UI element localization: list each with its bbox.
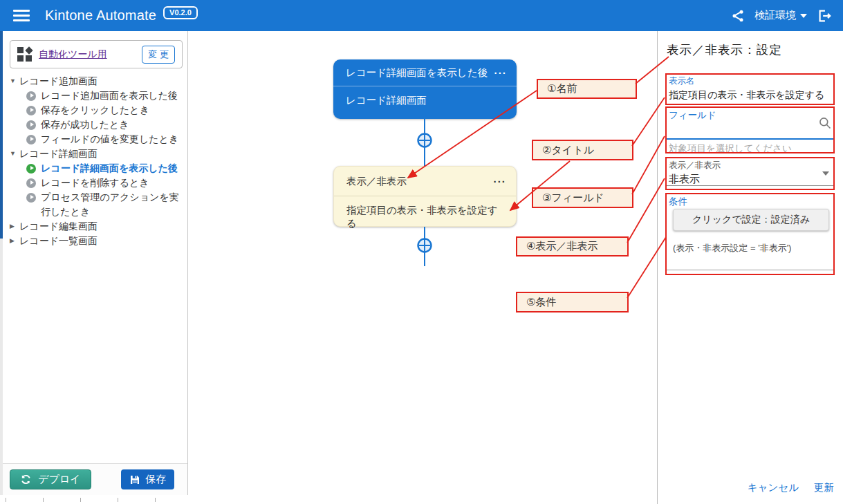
environment-selector[interactable]: 検証環境 bbox=[754, 9, 807, 22]
app-name-link[interactable]: 自動化ツール用 bbox=[39, 48, 142, 61]
event-play-icon bbox=[26, 120, 36, 130]
app-header: Kintone Automate V0.2.0 検証環境 bbox=[0, 0, 843, 31]
event-play-icon-green bbox=[26, 164, 36, 174]
save-button[interactable]: 保存 bbox=[121, 469, 174, 489]
condition-underline bbox=[667, 270, 835, 270]
action-node-title: 表示／非表示 bbox=[346, 175, 407, 188]
tree-item-add-shown[interactable]: レコード追加画面を表示した後 bbox=[3, 88, 188, 103]
change-app-button[interactable]: 変 更 bbox=[142, 46, 175, 64]
sidebar-footer: デプロイ 保存 bbox=[3, 463, 187, 495]
annotation-name: ①名前 bbox=[537, 79, 637, 99]
tree-item-save-clicked[interactable]: 保存をクリックしたとき bbox=[3, 103, 188, 118]
app-blocks-icon bbox=[17, 47, 33, 62]
event-play-icon bbox=[26, 135, 36, 144]
environment-label: 検証環境 bbox=[754, 9, 796, 22]
app-title: Kintone Automate bbox=[45, 8, 156, 24]
visibility-selected-value: 非表示 bbox=[669, 173, 835, 186]
field-select[interactable]: フィールド bbox=[669, 109, 833, 122]
chevron-collapsed-icon: ▶ bbox=[10, 219, 19, 234]
panel-title: 表示／非表示：設定 bbox=[667, 41, 782, 58]
tree-group-record-edit[interactable]: ▶ レコード編集画面 bbox=[3, 219, 188, 234]
display-name-label: 表示名 bbox=[669, 75, 824, 87]
update-link[interactable]: 更新 bbox=[814, 481, 834, 494]
annotation-title: ②タイトル bbox=[532, 140, 633, 160]
annotation-condition: ⑤条件 bbox=[516, 292, 629, 312]
event-play-icon bbox=[26, 91, 36, 101]
node-menu-icon[interactable]: ... bbox=[493, 176, 506, 187]
tree-item-record-delete[interactable]: レコードを削除するとき bbox=[3, 176, 188, 190]
app-selector-box: 自動化ツール用 変 更 bbox=[10, 40, 183, 68]
deploy-button[interactable]: デプロイ bbox=[10, 469, 91, 489]
field-placeholder: 対象項目を選択してください bbox=[669, 142, 792, 155]
kintone-automate-app: Kintone Automate V0.2.0 検証環境 自動化ツール用 変 更… bbox=[0, 0, 843, 504]
refresh-icon bbox=[20, 474, 32, 485]
event-tree: ▼ レコード追加画面 レコード追加画面を表示した後 保存をクリックしたとき 保存… bbox=[3, 74, 188, 248]
sidebar: 自動化ツール用 変 更 ▼ レコード追加画面 レコード追加画面を表示した後 保存… bbox=[3, 31, 188, 495]
event-play-icon bbox=[26, 106, 36, 115]
visibility-dropdown[interactable]: 表示／非表示 非表示 bbox=[669, 160, 835, 186]
tree-group-record-detail[interactable]: ▼ レコード詳細画面 bbox=[3, 147, 188, 161]
flow-canvas[interactable]: レコード詳細画面を表示した後 ... レコード詳細画面 表示／非表示 ... 指… bbox=[189, 31, 657, 504]
visibility-underline bbox=[667, 185, 835, 186]
display-name-value[interactable]: 指定項目の表示・非表示を設定する bbox=[669, 89, 824, 102]
add-step-plus-icon[interactable] bbox=[416, 131, 434, 149]
add-step-plus-icon[interactable] bbox=[416, 236, 434, 254]
trigger-node[interactable]: レコード詳細画面を表示した後 ... レコード詳細画面 bbox=[333, 59, 517, 119]
chevron-down-icon bbox=[822, 171, 829, 176]
tree-group-record-list[interactable]: ▶ レコード一覧画面 bbox=[3, 234, 188, 248]
version-badge: V0.2.0 bbox=[163, 6, 198, 19]
condition-set-button[interactable]: クリックで設定：設定済み bbox=[673, 209, 829, 231]
tree-item-detail-shown-selected[interactable]: レコード詳細画面を表示した後 bbox=[3, 161, 188, 176]
trigger-node-subtitle: レコード詳細画面 bbox=[333, 86, 517, 107]
settings-panel: 表示／非表示：設定 表示名 指定項目の表示・非表示を設定する フィールド 対象項… bbox=[657, 31, 843, 504]
trigger-node-title: レコード詳細画面を表示した後 bbox=[346, 66, 488, 80]
condition-summary: (表示・非表示設定 = '非表示') bbox=[673, 242, 791, 254]
action-node-subtitle: 指定項目の表示・非表示を設定する bbox=[334, 196, 516, 230]
hamburger-menu-icon[interactable] bbox=[13, 10, 30, 21]
floppy-disk-icon bbox=[129, 474, 140, 485]
share-icon[interactable] bbox=[731, 9, 745, 23]
annotation-field: ③フィールド bbox=[532, 187, 633, 208]
tree-item-process-action[interactable]: プロセス管理のアクションを実行したとき bbox=[3, 190, 188, 219]
chevron-down-icon bbox=[800, 14, 807, 18]
chevron-expanded-icon: ▼ bbox=[10, 74, 19, 88]
cancel-link[interactable]: キャンセル bbox=[748, 481, 799, 494]
tree-item-field-changed[interactable]: フィールドの値を変更したとき bbox=[3, 132, 188, 147]
condition-label: 条件 bbox=[669, 196, 687, 208]
left-scrollbar-thumb[interactable] bbox=[0, 31, 3, 239]
event-play-icon bbox=[26, 178, 36, 188]
left-scrollbar-track[interactable] bbox=[0, 31, 3, 495]
search-icon[interactable] bbox=[818, 116, 832, 133]
node-menu-icon[interactable]: ... bbox=[494, 67, 507, 78]
annotation-visibility: ④表示／非表示 bbox=[516, 236, 629, 256]
event-play-icon bbox=[26, 193, 36, 203]
chevron-expanded-icon: ▼ bbox=[10, 147, 19, 161]
display-name-field[interactable]: 表示名 指定項目の表示・非表示を設定する bbox=[669, 75, 824, 102]
tree-item-save-success[interactable]: 保存が成功したとき bbox=[3, 118, 188, 132]
chevron-collapsed-icon: ▶ bbox=[10, 234, 19, 248]
action-node[interactable]: 表示／非表示 ... 指定項目の表示・非表示を設定する bbox=[333, 166, 517, 227]
tree-group-record-add[interactable]: ▼ レコード追加画面 bbox=[3, 74, 188, 88]
field-input-underline bbox=[667, 138, 835, 140]
logout-icon[interactable] bbox=[817, 8, 832, 24]
